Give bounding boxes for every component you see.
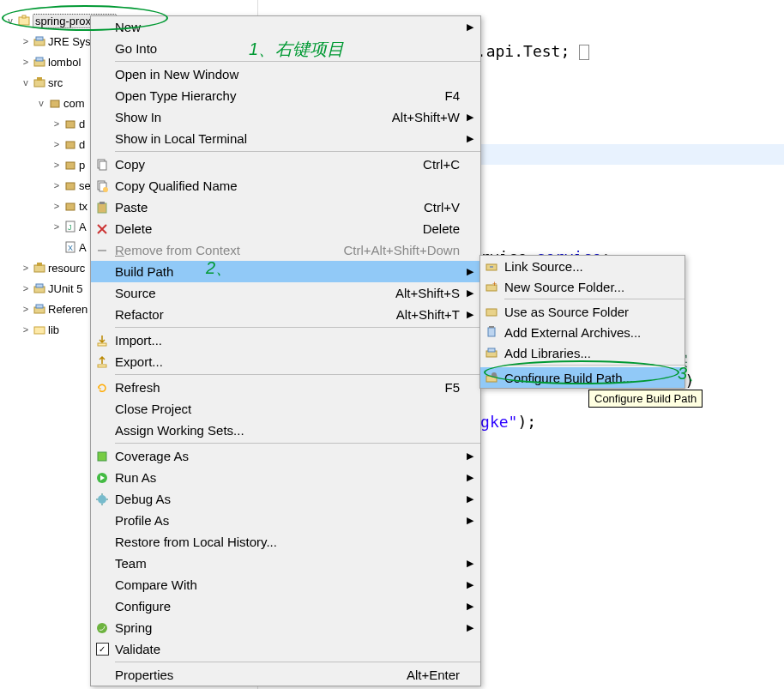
menu-item-validate[interactable]: ✓Validate	[91, 638, 480, 660]
submenu-arrow-icon: ▶	[467, 112, 473, 123]
menu-label: Use as Source Folder	[503, 305, 684, 319]
menu-label: Assign Working Sets...	[113, 423, 480, 438]
menu-item-spring[interactable]: Spring▶	[91, 617, 480, 638]
svg-rect-24	[34, 327, 45, 334]
submenu-arrow-icon: ▶	[467, 558, 473, 569]
menu-item-debug-as[interactable]: Debug As▶	[91, 488, 480, 510]
menu-label: Add Libraries...	[503, 346, 684, 360]
twistie-icon[interactable]: v	[3, 15, 17, 26]
twistie-icon[interactable]: >	[50, 201, 63, 211]
twistie-icon[interactable]: >	[19, 263, 33, 273]
menu-item-paste[interactable]: PasteCtrl+V	[91, 196, 480, 218]
menu-item-restore-from-local-history[interactable]: Restore from Local History...	[91, 531, 480, 553]
menu-item-team[interactable]: Team▶	[91, 553, 480, 574]
menu-item-build-path[interactable]: Build Path▶	[91, 261, 480, 282]
menu-label: Remove from Context	[113, 243, 344, 257]
menu-item-copy-qualified-name[interactable]: Copy Qualified Name	[91, 175, 480, 196]
twistie-icon[interactable]: >	[19, 57, 33, 67]
submenu-arrow-icon: ▶	[467, 450, 473, 462]
pkg-icon	[63, 137, 77, 151]
menu-shortcut: Delete	[423, 221, 480, 236]
twistie-icon[interactable]: >	[50, 221, 63, 232]
folder-icon	[33, 323, 46, 336]
svg-text:X: X	[68, 244, 73, 252]
menu-item-export[interactable]: Export...	[91, 351, 480, 372]
menu-separator	[115, 151, 480, 152]
menu-label: Paste	[113, 200, 424, 215]
menu-item-copy[interactable]: CopyCtrl+C	[91, 154, 480, 175]
submenu-arrow-icon: ▶	[467, 601, 473, 612]
menu-item-coverage-as[interactable]: Coverage As▶	[91, 445, 480, 467]
menu-item-close-project[interactable]: Close Project	[91, 398, 480, 420]
twistie-icon[interactable]: >	[50, 139, 63, 149]
menu-item-refresh[interactable]: RefreshF5	[91, 377, 480, 398]
import-icon	[91, 334, 113, 348]
menu-item-import[interactable]: Import...	[91, 329, 480, 351]
menu-label: Refactor	[113, 307, 396, 322]
svg-rect-32	[98, 250, 106, 251]
twistie-icon[interactable]: >	[19, 283, 33, 293]
twistie-icon[interactable]: >	[50, 180, 63, 190]
twistie-icon[interactable]: v	[34, 98, 48, 108]
menu-item-run-as[interactable]: Run As▶	[91, 467, 480, 488]
menu-item-open-type-hierarchy[interactable]: Open Type HierarchyF4	[91, 85, 480, 106]
usesrc-icon	[480, 305, 503, 318]
pkg-icon	[63, 117, 77, 130]
svg-rect-18	[34, 265, 45, 272]
submenu-arrow-icon: ▶	[467, 579, 473, 590]
svg-rect-19	[37, 263, 42, 266]
menu-separator	[115, 327, 480, 328]
submenu-item-configure-build-path[interactable]: Configure Build Path...	[480, 367, 684, 388]
config-icon	[480, 371, 503, 384]
submenu-item-new-source-folder[interactable]: +New Source Folder...	[480, 276, 684, 297]
submenu-arrow-icon: ▶	[467, 287, 473, 299]
menu-shortcut: Ctrl+C	[423, 157, 480, 172]
menu-label: Close Project	[113, 402, 480, 416]
submenu-item-add-libraries[interactable]: Add Libraries...	[480, 342, 684, 363]
menu-separator	[504, 365, 684, 366]
menu-item-new[interactable]: New▶	[91, 16, 480, 38]
svg-rect-44	[489, 326, 494, 328]
svg-rect-23	[36, 305, 43, 308]
menu-item-profile-as[interactable]: Profile As▶	[91, 510, 480, 531]
xfile-icon: X	[63, 240, 77, 254]
menu-item-configure[interactable]: Configure▶	[91, 595, 480, 617]
menu-item-go-into[interactable]: Go Into	[91, 38, 480, 59]
menu-item-properties[interactable]: PropertiesAlt+Enter	[91, 664, 480, 686]
menu-item-open-in-new-window[interactable]: Open in New Window	[91, 63, 480, 85]
submenu-item-add-external-archives[interactable]: Add External Archives...	[480, 322, 684, 342]
menu-item-show-in-local-terminal[interactable]: Show in Local Terminal▶	[91, 128, 480, 149]
menu-item-compare-with[interactable]: Compare With▶	[91, 574, 480, 595]
svg-rect-26	[100, 161, 106, 170]
tree-label: A	[79, 241, 87, 254]
submenu-item-link-source[interactable]: Link Source...	[480, 256, 684, 276]
menu-item-refactor[interactable]: RefactorAlt+Shift+T▶	[91, 304, 480, 325]
submenu-item-use-as-source-folder[interactable]: Use as Source Folder	[480, 301, 684, 322]
menu-shortcut: Ctrl+Alt+Shift+Down	[344, 243, 480, 257]
menu-item-show-in[interactable]: Show InAlt+Shift+W▶	[91, 106, 480, 128]
export-icon	[91, 355, 113, 369]
menu-item-assign-working-sets[interactable]: Assign Working Sets...	[91, 420, 480, 441]
tree-label: A	[79, 221, 87, 233]
submenu-arrow-icon: ▶	[467, 309, 473, 320]
twistie-icon[interactable]: >	[50, 118, 63, 129]
svg-rect-34	[98, 365, 106, 367]
project-icon	[17, 14, 31, 27]
menu-item-source[interactable]: SourceAlt+Shift+S▶	[91, 282, 480, 304]
submenu-arrow-icon: ▶	[467, 515, 473, 526]
twistie-icon[interactable]: >	[19, 36, 33, 46]
menu-label: Copy Qualified Name	[113, 178, 480, 193]
menu-label: Show In	[113, 110, 392, 124]
check-icon: ✓	[91, 643, 113, 656]
submenu-arrow-icon: ▶	[467, 133, 473, 144]
svg-text:+: +	[492, 280, 497, 288]
cov-icon	[91, 450, 113, 463]
twistie-icon[interactable]: >	[19, 324, 33, 335]
menu-item-delete[interactable]: DeleteDelete	[91, 218, 480, 239]
twistie-icon[interactable]: >	[19, 304, 33, 314]
menu-label: Team	[113, 556, 480, 571]
tree-label: tx	[79, 200, 87, 213]
twistie-icon[interactable]: v	[19, 77, 33, 88]
tree-label: src	[48, 76, 63, 89]
twistie-icon[interactable]: >	[50, 160, 63, 170]
